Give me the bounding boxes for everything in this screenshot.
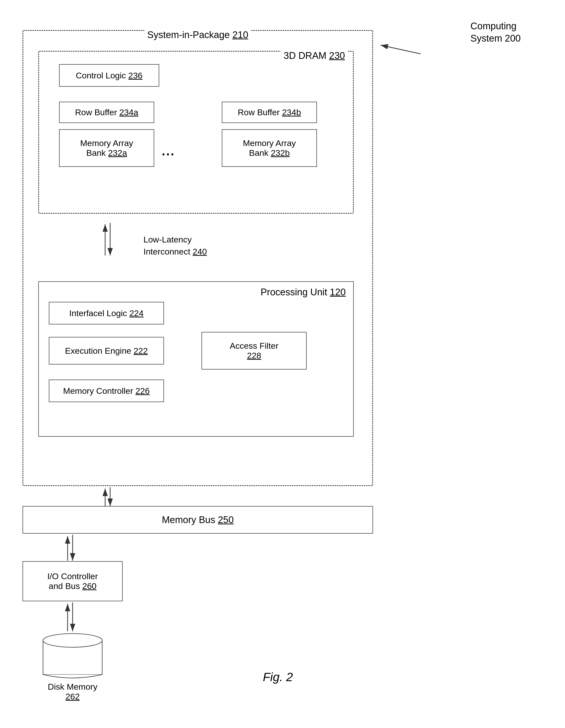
sip-box: System-in-Package 210 3D DRAM 230 Contro…	[23, 30, 373, 486]
disk-memory: Disk Memory 262	[23, 631, 123, 681]
processing-unit-box: Processing Unit 120 Interfacel Logic 224…	[38, 281, 354, 437]
sip-label: System-in-Package 210	[144, 30, 251, 40]
mem-array-a-box: Memory ArrayBank 232a	[59, 129, 154, 167]
disk-memory-label: Disk Memory 262	[48, 682, 97, 701]
execution-engine-box: Execution Engine 222	[49, 337, 164, 365]
access-filter-box: Access Filter228	[202, 332, 307, 370]
svg-line-2	[380, 45, 420, 54]
pu-label: Processing Unit 120	[261, 287, 346, 298]
interconnect-area: Low-Latency Interconnect 240	[38, 221, 354, 271]
computing-system-label: Computing System 200	[470, 20, 521, 45]
dram-label: 3D DRAM 230	[281, 50, 348, 61]
mem-array-b-box: Memory ArrayBank 232b	[222, 129, 317, 167]
control-logic-box: Control Logic 236	[59, 64, 159, 87]
row-buffer-b-box: Row Buffer 234b	[222, 102, 317, 123]
row-buffer-a-box: Row Buffer 234a	[59, 102, 154, 123]
interface-logic-box: Interfacel Logic 224	[49, 302, 164, 324]
io-controller-box: I/O Controller and Bus 260	[23, 561, 123, 601]
figure-label: Fig. 2	[263, 670, 293, 684]
memory-controller-box: Memory Controller 226	[49, 380, 164, 402]
svg-point-12	[43, 634, 102, 647]
dram-box: 3D DRAM 230 Control Logic 236 Row Buffer…	[38, 51, 354, 214]
memory-bus-box: Memory Bus 250	[23, 506, 373, 534]
dots-separator: ...	[162, 144, 175, 158]
interconnect-label: Low-Latency Interconnect 240	[144, 234, 207, 258]
